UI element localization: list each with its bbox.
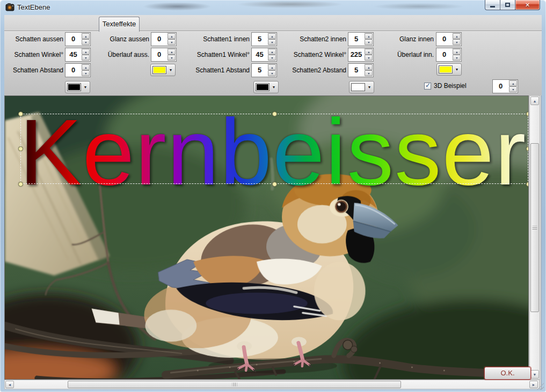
color-swatch [351,83,365,91]
spin-down-button[interactable]: ▼ [453,39,461,45]
spin-up-button[interactable]: ▲ [82,33,90,39]
spin-up-icon: ▲ [170,35,173,38]
schatten-aussen-spinner[interactable]: 0 ▲ ▼ [65,32,91,46]
spinner-value[interactable]: 0 [151,48,167,61]
spinner-value[interactable]: 0 [151,33,167,46]
schatten1-color-dropdown[interactable]: ▼ [253,81,279,93]
app-icon[interactable] [5,3,14,12]
image-canvas[interactable]: Kernbeisser [4,95,529,380]
close-button[interactable]: ✕ [515,0,540,10]
tab-texteffekte[interactable]: Texteffekte [99,17,140,32]
scroll-up-button[interactable]: ▲ [530,97,539,105]
spin-down-button[interactable]: ▼ [509,86,517,92]
selection-handle-w[interactable] [18,146,23,151]
spin-down-button[interactable]: ▼ [365,39,373,45]
selection-handle-se[interactable] [526,182,529,187]
3d-depth-spinner[interactable]: 0 ▲ ▼ [492,79,518,93]
selection-handle-ne[interactable] [526,112,529,116]
spin-up-button[interactable]: ▲ [268,49,276,55]
spin-down-icon: ▼ [367,72,370,75]
glanz-innen-color-dropdown[interactable]: ▼ [436,63,462,76]
spinner-value[interactable]: 5 [252,33,267,46]
schatten1-winkel-spinner[interactable]: 45 ▲ ▼ [251,48,277,62]
spin-down-button[interactable]: ▼ [82,55,90,61]
spin-up-button[interactable]: ▲ [365,64,373,70]
spinner-value[interactable]: 45 [65,48,81,61]
selection-handle-sw[interactable] [18,182,23,187]
spin-down-button[interactable]: ▼ [453,55,461,61]
maximize-button[interactable] [500,0,515,10]
scroll-left-button[interactable]: ◄ [5,381,14,388]
spin-down-button[interactable]: ▼ [268,39,276,45]
spin-down-button[interactable]: ▼ [365,70,373,76]
spinner-value[interactable]: 0 [65,33,81,46]
schatten2-abstand-spinner[interactable]: 5 ▲ ▼ [348,63,374,77]
selection-handle-e[interactable] [526,146,529,151]
minimize-button[interactable] [485,0,500,10]
glanz-aussen-color-dropdown[interactable]: ▼ [150,64,176,76]
spin-up-button[interactable]: ▲ [509,80,517,86]
spin-down-button[interactable]: ▼ [268,55,276,61]
scroll-down-button[interactable]: ▼ [530,370,539,379]
selection-handle-n[interactable] [272,112,277,116]
spin-up-button[interactable]: ▲ [82,64,90,70]
glanz-innen-spinner[interactable]: 0 ▲ ▼ [436,32,462,46]
spin-up-button[interactable]: ▲ [365,49,373,55]
schatten-winkel-spinner[interactable]: 45 ▲ ▼ [65,48,91,62]
horizontal-scrollbar[interactable]: ◄ ► [4,380,540,389]
spin-up-icon: ▲ [271,50,273,53]
spin-up-button[interactable]: ▲ [453,33,461,39]
schatten-color-dropdown[interactable]: ▼ [65,81,90,93]
schatten1-abstand-spinner[interactable]: 5 ▲ ▼ [251,63,277,77]
schatten-abstand-spinner[interactable]: 0 ▲ ▼ [65,63,91,77]
spinner-value[interactable]: 5 [348,64,364,77]
schatten1-innen-spinner[interactable]: 5 ▲ ▼ [251,32,277,46]
spin-up-button[interactable]: ▲ [365,33,373,39]
spin-down-button[interactable]: ▼ [268,70,276,76]
spin-up-button[interactable]: ▲ [82,49,90,55]
spinner-value[interactable]: 0 [65,64,81,77]
spin-up-icon: ▲ [367,50,370,53]
checkbox-label[interactable]: 3D Beispiel [434,82,467,90]
spinner-value[interactable]: 0 [436,48,452,61]
spin-down-button[interactable]: ▼ [365,55,373,61]
spin-down-button[interactable]: ▼ [82,39,90,45]
scroll-right-button[interactable]: ► [529,381,538,388]
schatten2-winkel-spinner[interactable]: 225 ▲ ▼ [348,48,374,62]
spin-up-button[interactable]: ▲ [453,49,461,55]
tab-strip: Texteigenschaften [4,15,542,31]
spin-up-button[interactable]: ▲ [268,33,276,39]
spinner-value[interactable]: 0 [493,80,508,93]
selection-handle-s[interactable] [272,182,277,187]
spinner-value[interactable]: 0 [436,33,452,46]
spin-up-icon: ▲ [271,35,273,38]
checkbox-box[interactable]: ✓ [424,83,431,90]
spin-up-button[interactable]: ▲ [168,49,176,55]
spinner-value[interactable]: 225 [348,48,364,61]
spin-up-button[interactable]: ▲ [168,33,176,39]
3d-beispiel-checkbox[interactable]: ✓ 3D Beispiel [424,82,467,90]
vertical-scrollbar[interactable]: ▲ ▼ [529,95,540,380]
spin-down-button[interactable]: ▼ [82,70,90,76]
horizontal-scroll-thumb[interactable] [68,381,401,388]
schatten2-color-dropdown[interactable]: ▼ [349,81,374,93]
spin-down-button[interactable]: ▼ [168,55,176,61]
schatten1-abstand-label: Schatten1 Abstand [193,66,250,74]
spin-up-icon: ▲ [84,50,87,53]
vertical-scroll-thumb[interactable] [530,143,539,312]
schatten2-innen-spinner[interactable]: 5 ▲ ▼ [348,32,374,46]
spin-down-icon: ▼ [84,41,87,43]
spin-up-button[interactable]: ▲ [268,64,276,70]
spinner-value[interactable]: 5 [252,64,267,77]
spinner-value[interactable]: 5 [348,33,364,46]
spinner-value[interactable]: 45 [252,48,267,61]
glanz-aussen-spinner[interactable]: 0 ▲ ▼ [151,32,177,46]
chevron-down-icon: ▼ [81,85,90,89]
spin-up-icon: ▲ [455,35,458,38]
spin-down-button[interactable]: ▼ [168,39,176,45]
titlebar[interactable]: TextEbene ✕ [0,0,546,15]
ueberlauf-aussen-spinner[interactable]: 0 ▲ ▼ [151,48,177,62]
selection-handle-nw[interactable] [18,112,23,116]
ok-button[interactable]: O.K. [484,367,531,380]
ueberlauf-innen-spinner[interactable]: 0 ▲ ▼ [436,48,462,62]
